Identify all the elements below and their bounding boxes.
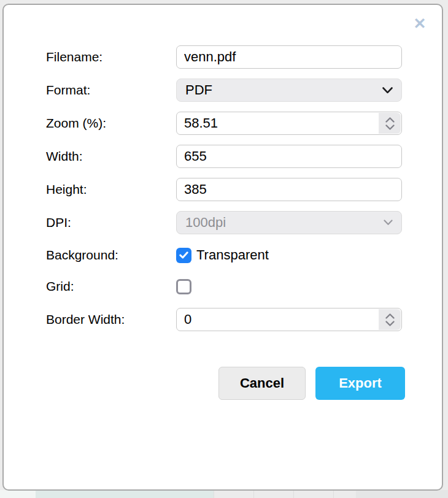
format-row: Format: PDF [46, 79, 442, 102]
format-label: Format: [46, 83, 176, 98]
export-dialog: ✕ Filename: Format: PDF Zoom (%): [2, 4, 443, 491]
zoom-input-wrap [176, 112, 402, 135]
export-button[interactable]: Export [315, 367, 405, 400]
bg-segment [0, 490, 36, 498]
format-select-value: PDF [185, 82, 212, 98]
dpi-row: DPI: 100dpi [46, 211, 442, 234]
filename-row: Filename: [46, 45, 442, 69]
border-width-input[interactable] [177, 308, 377, 331]
height-label: Height: [46, 182, 176, 197]
border-width-label: Border Width: [46, 312, 176, 327]
cancel-button[interactable]: Cancel [218, 367, 306, 400]
border-width-input-wrap [176, 308, 402, 331]
dialog-buttons: Cancel Export [218, 367, 405, 400]
transparent-checkbox[interactable] [176, 248, 191, 263]
bg-divider [293, 490, 294, 498]
dpi-select: 100dpi [176, 211, 402, 234]
chevron-down-icon [382, 87, 393, 94]
chevron-down-icon [384, 220, 393, 226]
bg-divider [253, 490, 254, 498]
zoom-row: Zoom (%): [46, 112, 442, 135]
filename-label: Filename: [46, 50, 176, 64]
zoom-label: Zoom (%): [46, 116, 176, 131]
stepper-down-icon [385, 124, 395, 130]
border-width-row: Border Width: [46, 308, 442, 331]
height-row: Height: [46, 178, 442, 201]
grid-label: Grid: [46, 279, 176, 294]
dpi-select-value: 100dpi [185, 215, 226, 231]
background-label: Background: [46, 248, 176, 262]
bg-segment [36, 490, 214, 498]
dpi-label: DPI: [46, 215, 176, 230]
height-input[interactable] [176, 178, 402, 201]
grid-row: Grid: [46, 278, 442, 295]
border-width-stepper[interactable] [379, 309, 401, 330]
zoom-stepper[interactable] [379, 113, 401, 134]
filename-input[interactable] [176, 45, 402, 69]
export-form: Filename: Format: PDF Zoom (%): [4, 5, 442, 331]
width-row: Width: [46, 145, 442, 168]
zoom-input[interactable] [177, 112, 377, 134]
bg-segment [356, 490, 448, 498]
stepper-up-icon [385, 313, 395, 319]
width-label: Width: [46, 149, 176, 164]
checkmark-icon [179, 251, 188, 259]
background-toolbar-strip [0, 490, 448, 498]
width-input[interactable] [176, 145, 402, 168]
grid-checkbox[interactable] [176, 279, 191, 294]
transparent-checkbox-label: Transparent [196, 247, 269, 263]
bg-divider [333, 490, 334, 498]
stepper-up-icon [385, 117, 395, 123]
background-row: Background: Transparent [46, 247, 442, 264]
stepper-down-icon [385, 321, 395, 326]
format-select[interactable]: PDF [176, 79, 402, 102]
close-icon[interactable]: ✕ [411, 15, 428, 32]
bg-segment [214, 490, 357, 498]
